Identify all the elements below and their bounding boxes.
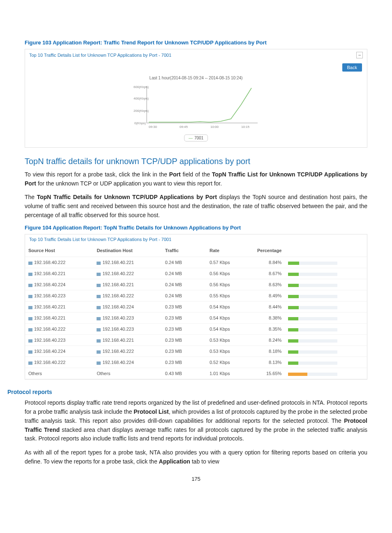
cell-source-host[interactable]: 192.168.40.223 <box>25 290 93 301</box>
panel-title: Top 10 Traffic Details List for Unknown … <box>29 53 171 58</box>
cell-percentage: 8.44% <box>251 301 285 313</box>
svg-text:0(Kbps): 0(Kbps) <box>134 121 146 125</box>
table-row: 192.168.40.223192.168.40.2210.23 MB0.53 … <box>25 335 367 346</box>
host-icon <box>97 306 101 309</box>
cell-rate: 0.52 Kbps <box>206 357 251 368</box>
cell-source-host[interactable]: 192.168.40.222 <box>25 257 93 268</box>
col-destination-host[interactable]: Destination Host <box>93 244 161 257</box>
collapse-icon[interactable]: − <box>356 52 363 58</box>
cell-rate: 0.53 Kbps <box>206 335 251 346</box>
table-row: 192.168.40.222192.168.40.2210.24 MB0.57 … <box>25 257 367 268</box>
cell-source-host[interactable]: 192.168.40.221 <box>25 301 93 313</box>
cell-bar <box>285 313 367 324</box>
traffic-details-table: Source Host Destination Host Traffic Rat… <box>25 244 367 379</box>
cell-rate: 0.55 Kbps <box>206 290 251 301</box>
cell-source-host[interactable]: 192.168.40.224 <box>25 346 93 357</box>
protocol-reports-heading: Protocol reports <box>7 389 367 395</box>
cell-percentage: 8.13% <box>251 357 285 368</box>
cell-source-host[interactable]: 192.168.40.223 <box>25 335 93 346</box>
line-chart-svg: Avg Rate in 10 Minutes(Kbps) 0(Kbps) 200… <box>126 82 266 131</box>
section1-p1: To view this report for a probe task, cl… <box>25 170 367 188</box>
cell-percentage: 8.18% <box>251 346 285 357</box>
cell-destination-host[interactable]: 192.168.40.221 <box>93 335 161 346</box>
host-icon <box>28 362 32 365</box>
cell-percentage: 8.24% <box>251 335 285 346</box>
cell-source-host[interactable]: Others <box>25 368 93 379</box>
cell-destination-host[interactable]: 192.168.40.224 <box>93 301 161 313</box>
cell-destination-host[interactable]: 192.168.40.222 <box>93 290 161 301</box>
host-icon <box>28 284 32 287</box>
host-icon <box>28 262 32 265</box>
cell-destination-host[interactable]: Others <box>93 368 161 379</box>
table-row: OthersOthers0.43 MB1.01 Kbps15.65% <box>25 368 367 379</box>
col-percentage[interactable]: Percentage <box>251 244 285 257</box>
table-row: 192.168.40.223192.168.40.2220.24 MB0.55 … <box>25 290 367 301</box>
cell-traffic: 0.23 MB <box>162 357 206 368</box>
section2-p1: Protocol reports display traffic rate tr… <box>25 399 367 443</box>
cell-destination-host[interactable]: 192.168.40.222 <box>93 346 161 357</box>
cell-percentage: 8.67% <box>251 268 285 279</box>
cell-source-host[interactable]: 192.168.40.224 <box>25 279 93 290</box>
col-rate[interactable]: Rate <box>206 244 251 257</box>
cell-bar <box>285 357 367 368</box>
cell-rate: 0.57 Kbps <box>206 257 251 268</box>
cell-bar <box>285 346 367 357</box>
cell-percentage: 8.84% <box>251 257 285 268</box>
table-row: 192.168.40.224192.168.40.2210.24 MB0.56 … <box>25 279 367 290</box>
cell-bar <box>285 368 367 379</box>
figure-104-caption: Figure 104 Application Report: TopN Traf… <box>25 225 367 231</box>
cell-destination-host[interactable]: 192.168.40.221 <box>93 279 161 290</box>
cell-traffic: 0.23 MB <box>162 313 206 324</box>
host-icon <box>28 295 32 298</box>
cell-bar <box>285 290 367 301</box>
host-icon <box>97 273 101 276</box>
col-source-host[interactable]: Source Host <box>25 244 93 257</box>
host-icon <box>28 328 32 331</box>
cell-bar <box>285 301 367 313</box>
col-traffic[interactable]: Traffic <box>162 244 206 257</box>
cell-destination-host[interactable]: 192.168.40.224 <box>93 357 161 368</box>
cell-traffic: 0.24 MB <box>162 279 206 290</box>
cell-rate: 0.53 Kbps <box>206 346 251 357</box>
cell-destination-host[interactable]: 192.168.40.221 <box>93 257 161 268</box>
cell-rate: 0.54 Kbps <box>206 324 251 335</box>
cell-rate: 0.56 Kbps <box>206 268 251 279</box>
section-heading-details: TopN traffic details for unknown TCP/UDP… <box>25 157 367 166</box>
host-icon <box>28 306 32 309</box>
cell-percentage: 8.38% <box>251 313 285 324</box>
figure-103-panel: Top 10 Traffic Details List for Unknown … <box>25 49 367 148</box>
cell-source-host[interactable]: 192.168.40.221 <box>25 313 93 324</box>
cell-source-host[interactable]: 192.168.40.221 <box>25 268 93 279</box>
cell-destination-host[interactable]: 192.168.40.223 <box>93 313 161 324</box>
table-row: 192.168.40.222192.168.40.2230.23 MB0.54 … <box>25 324 367 335</box>
svg-text:10:15: 10:15 <box>241 125 250 129</box>
section1-p2: The TopN Traffic Details for Unknown TCP… <box>25 193 367 220</box>
cell-percentage: 8.35% <box>251 324 285 335</box>
table-row: 192.168.40.224192.168.40.2220.23 MB0.53 … <box>25 346 367 357</box>
table-row: 192.168.40.222192.168.40.2240.23 MB0.52 … <box>25 357 367 368</box>
section2-p2: As with all of the report types for a pr… <box>25 448 367 466</box>
host-icon <box>97 284 101 287</box>
figure-104-panel: Top 10 Traffic Details List for Unknown … <box>25 234 367 380</box>
cell-destination-host[interactable]: 192.168.40.222 <box>93 268 161 279</box>
host-icon <box>97 262 101 265</box>
host-icon <box>97 362 101 365</box>
cell-bar <box>285 335 367 346</box>
cell-source-host[interactable]: 192.168.40.222 <box>25 324 93 335</box>
svg-text:09:45: 09:45 <box>180 125 188 129</box>
series-7001-line <box>149 88 251 122</box>
back-button[interactable]: Back <box>342 63 362 72</box>
host-icon <box>97 317 101 320</box>
host-icon <box>97 350 101 354</box>
cell-destination-host[interactable]: 192.168.40.223 <box>93 324 161 335</box>
cell-bar <box>285 324 367 335</box>
cell-source-host[interactable]: 192.168.40.222 <box>25 357 93 368</box>
panel-title-104: Top 10 Traffic Details List for Unknown … <box>29 237 171 242</box>
host-icon <box>28 273 32 276</box>
cell-traffic: 0.24 MB <box>162 257 206 268</box>
host-icon <box>28 339 32 343</box>
traffic-trend-chart: Last 1 hour(2014-08-15 09:24 -- 2014-08-… <box>25 72 367 147</box>
cell-rate: 1.01 Kbps <box>206 368 251 379</box>
host-icon <box>97 295 101 298</box>
cell-traffic: 0.24 MB <box>162 268 206 279</box>
